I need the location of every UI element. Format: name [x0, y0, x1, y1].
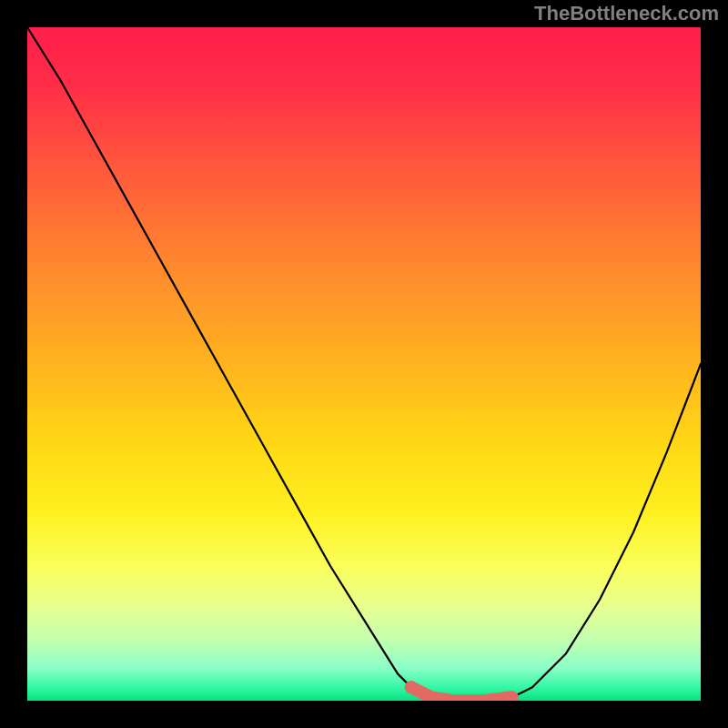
plot-area: [27, 27, 701, 701]
svg-point-0: [405, 681, 418, 693]
chart-frame: TheBottleneck.com: [0, 0, 728, 728]
bottleneck-curve: [27, 27, 701, 701]
watermark-label: TheBottleneck.com: [534, 2, 719, 25]
